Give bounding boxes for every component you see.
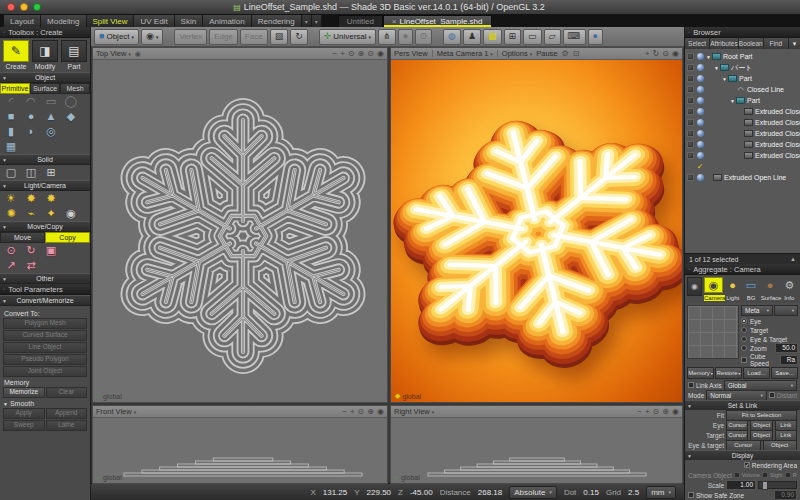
convert-memorize-header[interactable]: ▼Convert/Memorize — [0, 295, 90, 306]
safe-zone-value[interactable]: 0.90 — [774, 490, 797, 500]
show-safe-zone-checkbox[interactable] — [688, 492, 694, 498]
fit-view-icon[interactable]: ◉ — [377, 407, 384, 416]
slider-thumb[interactable] — [762, 481, 768, 490]
render-flag-icon[interactable] — [687, 141, 694, 148]
render-flag-icon[interactable] — [687, 97, 694, 104]
mode-tab-animation[interactable]: Animation — [203, 15, 252, 27]
cube-speed-value[interactable]: Ra — [780, 355, 798, 365]
clear-button[interactable]: Clear — [46, 387, 88, 398]
tool-parameters-header[interactable]: ◦Tool Parameters — [0, 284, 90, 295]
convert-pseudo-polygon-button[interactable]: Pseudo Polygon — [3, 354, 87, 365]
manipulator-button[interactable]: ✛Universal▾ — [319, 29, 376, 45]
meta-sub-dropdown[interactable]: ▾ — [774, 305, 798, 316]
panel-collapse-icon[interactable]: ◦ — [3, 29, 5, 35]
mode-tab-menu-icon[interactable]: ▾ — [312, 15, 322, 27]
tree-row-extruded-5[interactable]: Extruded Closed — [685, 150, 800, 161]
distant-checkbox[interactable] — [769, 392, 775, 398]
capsule-tool-icon[interactable]: ◗ — [23, 125, 39, 138]
expand-icon[interactable]: ▼ — [705, 54, 712, 60]
edge-mode-button[interactable]: Edge — [209, 29, 238, 45]
collapse-up-icon[interactable]: ▲ — [790, 256, 796, 262]
render-flag-icon[interactable] — [687, 108, 694, 115]
tree-row-extruded-1[interactable]: Extruded Closed — [685, 106, 800, 117]
toolbox-tab-part[interactable]: ▤ Part — [61, 40, 87, 70]
coordinate-mode-dropdown[interactable]: Absolute▾ — [509, 486, 557, 499]
distant-light-icon[interactable]: ⌁ — [23, 207, 39, 220]
visibility-ball-icon[interactable] — [697, 141, 704, 148]
zoom-value-field[interactable]: 50.0 — [775, 343, 798, 353]
comment-icon[interactable]: ⊡ — [573, 49, 580, 58]
visibility-ball-icon[interactable] — [697, 108, 704, 115]
cube-speed-checkbox[interactable] — [741, 357, 747, 363]
solid-section-header[interactable]: ▼Solid — [0, 154, 90, 165]
render-flag-icon[interactable] — [687, 53, 694, 60]
visibility-ball-icon[interactable] — [697, 53, 704, 60]
tree-row-extruded-4[interactable]: Extruded Closed — [685, 139, 800, 150]
tree-row-extruded-2[interactable]: Extruded Closed — [685, 117, 800, 128]
convert-curved-surface-button[interactable]: Curved Surface — [3, 330, 87, 341]
area-light-icon[interactable]: ✦ — [43, 207, 59, 220]
object-section-header[interactable]: ▼Object — [0, 72, 90, 83]
zoom-in-icon[interactable]: + — [350, 407, 355, 416]
mode-tab-split-view[interactable]: Split View — [87, 15, 135, 27]
visibility-ball-icon[interactable] — [697, 64, 704, 71]
sphere-tool-icon[interactable]: ● — [23, 110, 39, 123]
light-display-button[interactable]: ʘ — [415, 29, 432, 45]
panel-collapse-icon[interactable]: ◦ — [688, 266, 690, 272]
solid-intersect-icon[interactable]: ⊞ — [43, 166, 59, 179]
rotate-transform-icon[interactable]: ↻ — [23, 244, 39, 257]
eye-target-radio[interactable] — [741, 336, 747, 342]
smooth-sweep-button[interactable]: Sweep — [3, 420, 45, 431]
unit-dropdown[interactable]: mm▾ — [646, 486, 676, 499]
spotlight-2-icon[interactable]: ✸ — [43, 192, 59, 205]
pan-icon[interactable]: ⊕ — [367, 407, 374, 416]
meta-dropdown[interactable]: Meta▾ — [741, 305, 773, 316]
target-radio[interactable] — [741, 327, 747, 333]
render-flag-icon[interactable] — [687, 130, 694, 137]
tree-row-part-2[interactable]: ▼Part — [685, 95, 800, 106]
monitor-button[interactable]: ▭ — [523, 29, 542, 45]
aggregate-tab-bg[interactable]: ▭BG — [742, 277, 759, 302]
render-flag-icon[interactable] — [687, 64, 694, 71]
copy-button[interactable]: Copy — [45, 232, 90, 243]
eye-target-object-button[interactable]: Object — [763, 440, 798, 451]
point-light-icon[interactable]: ✺ — [3, 207, 19, 220]
render-flag-icon[interactable] — [687, 119, 694, 126]
browser-tab-find[interactable]: Find — [764, 38, 789, 49]
zoom-in-icon[interactable]: + — [645, 407, 650, 416]
right-view-selector[interactable]: Right View▾ — [394, 407, 434, 416]
visibility-ball-icon[interactable] — [697, 130, 704, 137]
tree-row-closed-line[interactable]: ◠Closed Line — [685, 84, 800, 95]
cone-tool-icon[interactable]: ▲ — [43, 110, 59, 123]
camera-tool-icon[interactable]: ◉ — [63, 207, 79, 220]
scale-value-field[interactable]: 1.00 — [726, 480, 756, 490]
aggregate-tab-info[interactable]: ⚙Info — [781, 277, 798, 302]
minimize-window-button[interactable] — [20, 3, 28, 11]
target-radio-row[interactable]: Target — [741, 326, 798, 334]
cube-tool-icon[interactable]: ■ — [3, 110, 19, 123]
browser-header[interactable]: ◦Browser — [685, 27, 800, 38]
mirror-icon[interactable]: ⇄ — [23, 259, 39, 272]
tab-primitive[interactable]: Primitive — [0, 83, 30, 94]
zoom-in-icon[interactable]: + — [340, 49, 345, 58]
render-flag-icon[interactable] — [687, 75, 694, 82]
visibility-ball-icon[interactable] — [697, 97, 704, 104]
translate-icon[interactable]: ↗ — [3, 259, 19, 272]
render-flag-icon[interactable] — [687, 152, 694, 159]
panel-collapse-icon[interactable]: ◦ — [688, 29, 690, 35]
sun-light-icon[interactable]: ☀ — [3, 192, 19, 205]
tree-row-part[interactable]: ▼Part — [685, 73, 800, 84]
zoom-window-button[interactable] — [33, 3, 41, 11]
mode-tab-layout[interactable]: Layout — [4, 15, 41, 27]
render-settings-icon[interactable]: ⚙ — [562, 49, 569, 58]
save-button[interactable]: Save... — [771, 367, 798, 379]
pan-icon[interactable]: ⊕ — [662, 407, 669, 416]
top-view-canvas[interactable]: ⌐global — [93, 60, 387, 402]
zoom-out-icon[interactable]: − — [333, 49, 338, 58]
link-axis-checkbox[interactable] — [688, 382, 694, 388]
smooth-append-button[interactable]: Append — [46, 408, 88, 419]
smooth-apply-button[interactable]: Apply — [3, 408, 45, 419]
vertex-mode-button[interactable]: Vertex — [174, 29, 207, 45]
mouse-settings-button[interactable]: ▱ — [544, 29, 561, 45]
solid-subtract-icon[interactable]: ◫ — [23, 166, 39, 179]
